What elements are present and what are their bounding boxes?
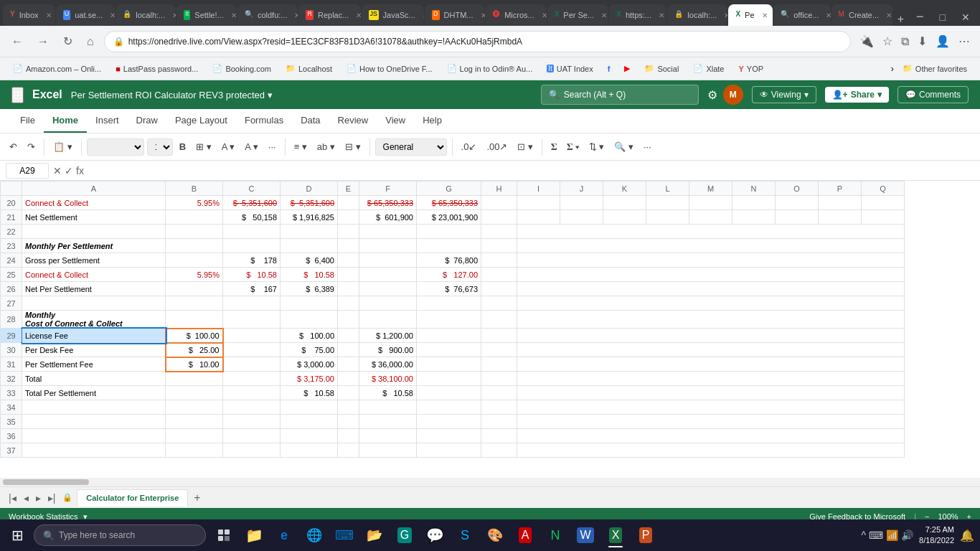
col-header-j[interactable]: J: [560, 182, 603, 196]
cell-a22[interactable]: [22, 225, 166, 239]
tab-perse[interactable]: X Per Se... ✕: [547, 4, 609, 26]
cell-n21[interactable]: [732, 210, 776, 225]
cell-e21[interactable]: [338, 210, 359, 225]
favorites-button[interactable]: ☆: [880, 32, 895, 51]
cell-h29[interactable]: [481, 329, 517, 343]
bookmark-other-favorites[interactable]: 📁 Other favorites: [897, 60, 973, 77]
decrease-decimal-button[interactable]: .0↙: [458, 139, 481, 154]
tab-close-https[interactable]: ✕: [659, 11, 664, 19]
ribbon-tab-review[interactable]: Review: [329, 109, 377, 133]
clipboard-button[interactable]: 📋 ▾: [50, 139, 76, 154]
col-header-b[interactable]: B: [166, 182, 223, 196]
cell-d33[interactable]: $ 10.58: [281, 386, 338, 400]
cell-b23[interactable]: [166, 239, 223, 253]
taskbar-app-meet[interactable]: G: [391, 522, 418, 549]
cell-e28[interactable]: [338, 311, 359, 329]
cell-h27[interactable]: [481, 296, 517, 311]
refresh-button[interactable]: ↻: [59, 32, 77, 51]
cell-h30[interactable]: [481, 343, 517, 357]
minimize-button[interactable]: −: [909, 8, 931, 26]
cell-a24[interactable]: Gross per Settlement: [22, 253, 166, 268]
cell-b29[interactable]: $ 100.00: [166, 329, 223, 343]
cell-p20[interactable]: [819, 196, 862, 210]
redo-button[interactable]: ↷: [24, 139, 39, 154]
increase-decimal-button[interactable]: .00↗: [483, 139, 511, 154]
cell-g21[interactable]: $ 23,001,900: [417, 210, 481, 225]
col-header-d[interactable]: D: [281, 182, 338, 196]
cell-f33[interactable]: $ 10.58: [359, 386, 417, 400]
cell-g28[interactable]: [417, 311, 481, 329]
cell-rest-22[interactable]: [517, 225, 905, 239]
cell-g26[interactable]: $ 76,673: [417, 282, 481, 296]
cell-m21[interactable]: [689, 210, 732, 225]
cell-f23[interactable]: [359, 239, 417, 253]
cell-rest-24[interactable]: [517, 253, 905, 268]
profile-button[interactable]: 👤: [933, 32, 953, 51]
cell-rest-26[interactable]: [517, 282, 905, 296]
formula-input[interactable]: [88, 169, 974, 172]
bookmark-odin[interactable]: 📄 Log in to Odin® Au...: [441, 60, 539, 77]
confirm-formula-button[interactable]: ✓: [65, 165, 73, 176]
cell-rest-33[interactable]: [517, 386, 905, 400]
col-header-k[interactable]: K: [603, 182, 646, 196]
col-header-q[interactable]: Q: [862, 182, 905, 196]
cell-c33[interactable]: [223, 386, 281, 400]
cell-e33[interactable]: [338, 386, 359, 400]
cell-e26[interactable]: [338, 282, 359, 296]
col-header-h[interactable]: H: [481, 182, 517, 196]
start-button[interactable]: ⊞: [6, 524, 29, 547]
ribbon-tab-page-layout[interactable]: Page Layout: [166, 109, 236, 133]
cell-g33[interactable]: [417, 386, 481, 400]
cell-d25[interactable]: $ 10.58: [281, 268, 338, 282]
cell-rest-32[interactable]: [517, 372, 905, 386]
cell-g27[interactable]: [417, 296, 481, 311]
taskbar-app-taskview[interactable]: [210, 522, 237, 549]
cell-h21[interactable]: [481, 210, 517, 225]
cell-rest-25[interactable]: [517, 268, 905, 282]
cell-f25[interactable]: [359, 268, 417, 282]
find-button[interactable]: 🔍 ▾: [611, 139, 637, 154]
bookmark-social[interactable]: 📁 Social: [639, 60, 684, 77]
address-bar[interactable]: 🔒 https://onedrive.live.com/View.aspx?re…: [104, 31, 851, 52]
cell-c32[interactable]: [223, 372, 281, 386]
sheet-nav-next[interactable]: ▸: [33, 491, 44, 505]
tab-close-pe[interactable]: ✕: [762, 11, 768, 19]
cell-h28[interactable]: [481, 311, 517, 329]
cell-o20[interactable]: [776, 196, 819, 210]
cell-g22[interactable]: [417, 225, 481, 239]
cell-a20[interactable]: Connect & Collect: [22, 196, 166, 210]
cell-g31[interactable]: [417, 357, 481, 372]
col-header-p[interactable]: P: [819, 182, 862, 196]
taskbar-app-fileexplorer[interactable]: 📁: [240, 522, 268, 549]
col-header-a[interactable]: A: [22, 182, 166, 196]
tab-close-office[interactable]: ✕: [826, 11, 830, 19]
cell-d24[interactable]: $ 6,400: [281, 253, 338, 268]
number-format-select[interactable]: General: [375, 138, 447, 156]
cell-k21[interactable]: [603, 210, 646, 225]
close-window-button[interactable]: ✕: [954, 10, 977, 24]
cell-f20[interactable]: $ 65,350,333: [359, 196, 417, 210]
cell-a26[interactable]: Net Per Settlement: [22, 282, 166, 296]
taskbar-app-edge2[interactable]: 🌐: [301, 522, 328, 549]
taskbar-app-paint[interactable]: 🎨: [481, 522, 509, 549]
cell-d32[interactable]: $ 3,175.00: [281, 372, 338, 386]
tab-create[interactable]: M Create... ✕: [831, 4, 892, 26]
undo-button[interactable]: ↶: [6, 139, 21, 154]
tab-close-perse[interactable]: ✕: [601, 11, 607, 19]
bookmark-onedrive[interactable]: 📄 How to OneDrive F...: [341, 60, 438, 77]
fill-color-button[interactable]: A ▾: [218, 139, 239, 154]
cell-f28[interactable]: [359, 311, 417, 329]
cell-f30[interactable]: $ 900.00: [359, 343, 417, 357]
tab-close-local1[interactable]: ✕: [172, 11, 176, 19]
back-button[interactable]: ←: [7, 32, 27, 51]
cell-d21[interactable]: $ 1,916,825: [281, 210, 338, 225]
taskbar-search-box[interactable]: 🔍 Type here to search: [34, 524, 206, 546]
ribbon-tab-home[interactable]: Home: [44, 109, 87, 133]
excel-user-avatar[interactable]: M: [723, 85, 743, 105]
col-header-e[interactable]: E: [338, 182, 359, 196]
share-button[interactable]: 👤+ Share ▾: [825, 87, 889, 103]
cell-e22[interactable]: [338, 225, 359, 239]
collections-button[interactable]: ⧉: [898, 32, 912, 51]
cell-b31[interactable]: $ 10.00: [166, 357, 223, 372]
cell-a33[interactable]: Total Per Settlement: [22, 386, 166, 400]
